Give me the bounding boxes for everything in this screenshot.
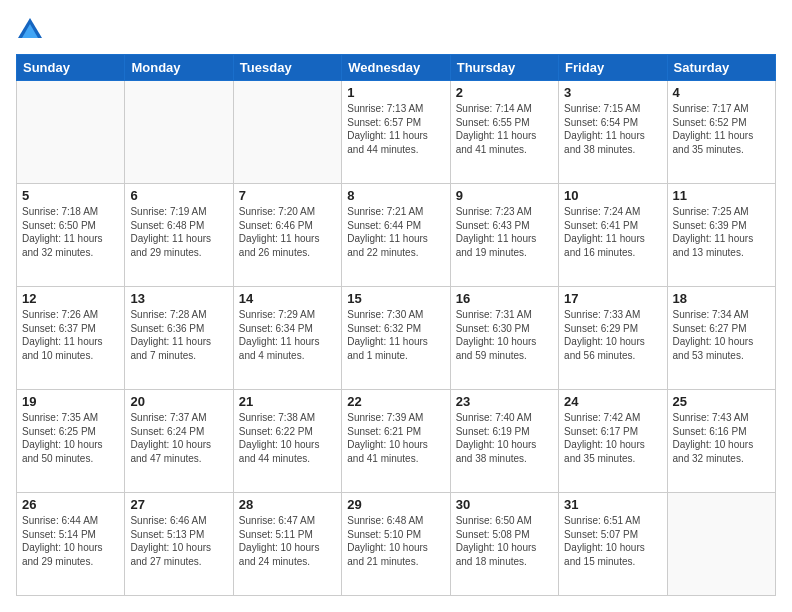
col-friday: Friday [559,55,667,81]
day-number: 30 [456,497,553,512]
day-info: Sunrise: 7:19 AM Sunset: 6:48 PM Dayligh… [130,205,227,259]
calendar-cell [17,81,125,184]
day-number: 9 [456,188,553,203]
day-info: Sunrise: 6:51 AM Sunset: 5:07 PM Dayligh… [564,514,661,568]
calendar-cell: 23Sunrise: 7:40 AM Sunset: 6:19 PM Dayli… [450,390,558,493]
page: Sunday Monday Tuesday Wednesday Thursday… [0,0,792,612]
calendar-cell: 22Sunrise: 7:39 AM Sunset: 6:21 PM Dayli… [342,390,450,493]
day-info: Sunrise: 7:38 AM Sunset: 6:22 PM Dayligh… [239,411,336,465]
day-number: 17 [564,291,661,306]
calendar-cell: 16Sunrise: 7:31 AM Sunset: 6:30 PM Dayli… [450,287,558,390]
day-info: Sunrise: 7:20 AM Sunset: 6:46 PM Dayligh… [239,205,336,259]
day-number: 15 [347,291,444,306]
calendar-cell [125,81,233,184]
day-info: Sunrise: 7:21 AM Sunset: 6:44 PM Dayligh… [347,205,444,259]
day-info: Sunrise: 7:30 AM Sunset: 6:32 PM Dayligh… [347,308,444,362]
calendar-cell: 18Sunrise: 7:34 AM Sunset: 6:27 PM Dayli… [667,287,775,390]
day-number: 14 [239,291,336,306]
header [16,16,776,44]
day-info: Sunrise: 7:34 AM Sunset: 6:27 PM Dayligh… [673,308,770,362]
day-number: 23 [456,394,553,409]
day-number: 3 [564,85,661,100]
calendar-cell: 15Sunrise: 7:30 AM Sunset: 6:32 PM Dayli… [342,287,450,390]
day-number: 25 [673,394,770,409]
day-info: Sunrise: 7:33 AM Sunset: 6:29 PM Dayligh… [564,308,661,362]
day-info: Sunrise: 6:47 AM Sunset: 5:11 PM Dayligh… [239,514,336,568]
day-number: 7 [239,188,336,203]
calendar-cell: 6Sunrise: 7:19 AM Sunset: 6:48 PM Daylig… [125,184,233,287]
calendar-cell: 20Sunrise: 7:37 AM Sunset: 6:24 PM Dayli… [125,390,233,493]
day-info: Sunrise: 7:43 AM Sunset: 6:16 PM Dayligh… [673,411,770,465]
calendar-cell: 8Sunrise: 7:21 AM Sunset: 6:44 PM Daylig… [342,184,450,287]
calendar-cell: 1Sunrise: 7:13 AM Sunset: 6:57 PM Daylig… [342,81,450,184]
day-info: Sunrise: 7:14 AM Sunset: 6:55 PM Dayligh… [456,102,553,156]
calendar-cell: 29Sunrise: 6:48 AM Sunset: 5:10 PM Dayli… [342,493,450,596]
calendar-cell: 2Sunrise: 7:14 AM Sunset: 6:55 PM Daylig… [450,81,558,184]
day-number: 1 [347,85,444,100]
header-row: Sunday Monday Tuesday Wednesday Thursday… [17,55,776,81]
calendar-cell: 13Sunrise: 7:28 AM Sunset: 6:36 PM Dayli… [125,287,233,390]
day-info: Sunrise: 7:29 AM Sunset: 6:34 PM Dayligh… [239,308,336,362]
calendar-row-2: 12Sunrise: 7:26 AM Sunset: 6:37 PM Dayli… [17,287,776,390]
day-number: 16 [456,291,553,306]
calendar-cell [667,493,775,596]
day-info: Sunrise: 7:31 AM Sunset: 6:30 PM Dayligh… [456,308,553,362]
day-number: 8 [347,188,444,203]
calendar-cell: 9Sunrise: 7:23 AM Sunset: 6:43 PM Daylig… [450,184,558,287]
logo-icon [16,16,44,44]
day-info: Sunrise: 7:17 AM Sunset: 6:52 PM Dayligh… [673,102,770,156]
day-number: 19 [22,394,119,409]
day-info: Sunrise: 7:40 AM Sunset: 6:19 PM Dayligh… [456,411,553,465]
day-info: Sunrise: 7:26 AM Sunset: 6:37 PM Dayligh… [22,308,119,362]
calendar-cell: 4Sunrise: 7:17 AM Sunset: 6:52 PM Daylig… [667,81,775,184]
day-number: 22 [347,394,444,409]
calendar-cell: 26Sunrise: 6:44 AM Sunset: 5:14 PM Dayli… [17,493,125,596]
calendar-cell: 25Sunrise: 7:43 AM Sunset: 6:16 PM Dayli… [667,390,775,493]
calendar-cell: 17Sunrise: 7:33 AM Sunset: 6:29 PM Dayli… [559,287,667,390]
day-info: Sunrise: 7:28 AM Sunset: 6:36 PM Dayligh… [130,308,227,362]
day-number: 6 [130,188,227,203]
day-info: Sunrise: 7:13 AM Sunset: 6:57 PM Dayligh… [347,102,444,156]
day-info: Sunrise: 6:44 AM Sunset: 5:14 PM Dayligh… [22,514,119,568]
col-thursday: Thursday [450,55,558,81]
calendar-cell: 27Sunrise: 6:46 AM Sunset: 5:13 PM Dayli… [125,493,233,596]
calendar-row-3: 19Sunrise: 7:35 AM Sunset: 6:25 PM Dayli… [17,390,776,493]
day-number: 21 [239,394,336,409]
day-number: 20 [130,394,227,409]
calendar-header: Sunday Monday Tuesday Wednesday Thursday… [17,55,776,81]
day-number: 10 [564,188,661,203]
calendar-cell: 14Sunrise: 7:29 AM Sunset: 6:34 PM Dayli… [233,287,341,390]
day-info: Sunrise: 7:23 AM Sunset: 6:43 PM Dayligh… [456,205,553,259]
day-info: Sunrise: 7:35 AM Sunset: 6:25 PM Dayligh… [22,411,119,465]
day-number: 24 [564,394,661,409]
day-info: Sunrise: 7:15 AM Sunset: 6:54 PM Dayligh… [564,102,661,156]
day-info: Sunrise: 7:42 AM Sunset: 6:17 PM Dayligh… [564,411,661,465]
day-number: 18 [673,291,770,306]
col-tuesday: Tuesday [233,55,341,81]
day-info: Sunrise: 7:24 AM Sunset: 6:41 PM Dayligh… [564,205,661,259]
day-info: Sunrise: 7:37 AM Sunset: 6:24 PM Dayligh… [130,411,227,465]
col-wednesday: Wednesday [342,55,450,81]
day-number: 11 [673,188,770,203]
calendar-cell: 21Sunrise: 7:38 AM Sunset: 6:22 PM Dayli… [233,390,341,493]
day-number: 5 [22,188,119,203]
day-number: 2 [456,85,553,100]
calendar-cell: 28Sunrise: 6:47 AM Sunset: 5:11 PM Dayli… [233,493,341,596]
day-number: 31 [564,497,661,512]
col-sunday: Sunday [17,55,125,81]
day-info: Sunrise: 6:50 AM Sunset: 5:08 PM Dayligh… [456,514,553,568]
calendar-row-4: 26Sunrise: 6:44 AM Sunset: 5:14 PM Dayli… [17,493,776,596]
calendar-row-1: 5Sunrise: 7:18 AM Sunset: 6:50 PM Daylig… [17,184,776,287]
day-number: 13 [130,291,227,306]
calendar-cell: 11Sunrise: 7:25 AM Sunset: 6:39 PM Dayli… [667,184,775,287]
col-monday: Monday [125,55,233,81]
calendar-cell: 7Sunrise: 7:20 AM Sunset: 6:46 PM Daylig… [233,184,341,287]
calendar-cell: 19Sunrise: 7:35 AM Sunset: 6:25 PM Dayli… [17,390,125,493]
day-number: 28 [239,497,336,512]
day-info: Sunrise: 7:25 AM Sunset: 6:39 PM Dayligh… [673,205,770,259]
calendar-cell: 3Sunrise: 7:15 AM Sunset: 6:54 PM Daylig… [559,81,667,184]
calendar-table: Sunday Monday Tuesday Wednesday Thursday… [16,54,776,596]
calendar-cell: 31Sunrise: 6:51 AM Sunset: 5:07 PM Dayli… [559,493,667,596]
day-number: 29 [347,497,444,512]
calendar-cell: 5Sunrise: 7:18 AM Sunset: 6:50 PM Daylig… [17,184,125,287]
